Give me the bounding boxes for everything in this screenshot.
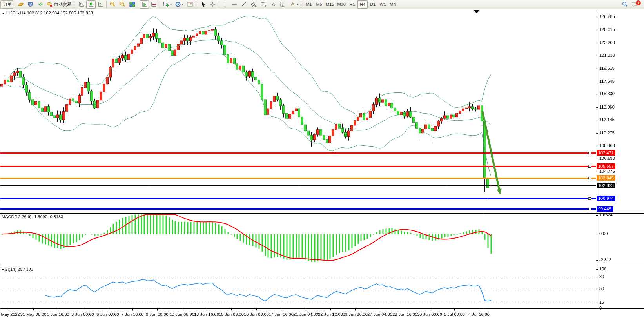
market-watch-icon [27, 1, 34, 7]
chart-shift-marker-icon[interactable] [474, 10, 479, 13]
candlestick-button[interactable] [86, 0, 96, 9]
search-icon [622, 1, 628, 7]
signals-button[interactable] [35, 0, 45, 9]
bar-chart-button[interactable] [77, 0, 86, 9]
zoom-in-icon [109, 1, 116, 7]
tile-windows-icon [129, 1, 135, 7]
auto-scroll-button[interactable] [140, 0, 149, 9]
dropdown-caret-icon: ▾ [182, 3, 183, 6]
toolbar-drag-handle [301, 1, 303, 8]
new-order-label: 订单 [3, 2, 12, 7]
macd-axis-label: 1.6624 [599, 212, 613, 217]
chart-shift-button[interactable] [149, 0, 158, 9]
chart-shift-icon [151, 1, 157, 7]
time-axis-label: 3 Jun 00:00 [71, 312, 94, 317]
time-axis-label: 9 Jun 00:00 [146, 312, 169, 317]
rsi-indicator-label: RSI(14) 25.4301 [2, 267, 33, 272]
timeframe-button-M15[interactable]: M15 [324, 0, 336, 9]
autotrading-button[interactable]: 自动交易 [45, 0, 73, 9]
templates-button[interactable] [185, 0, 195, 9]
periods-button[interactable]: ▾ [173, 0, 185, 9]
rsi-name: RSI(14) [2, 267, 16, 272]
rsi-axis-label: 0 [599, 306, 602, 310]
candlestick-icon [88, 1, 94, 7]
time-axis-label: 1 Jul 08:00 [444, 312, 465, 317]
price-line-badge: 99.445 [597, 206, 613, 212]
notifications-button[interactable]: 1 [630, 0, 640, 9]
time-axis-label: 17 Jun 16:00 [268, 312, 294, 317]
price-line-badge: 105.557 [597, 163, 615, 169]
tile-windows-button[interactable] [127, 0, 137, 9]
zoom-in-button[interactable] [108, 0, 118, 9]
time-axis-label: 30 Jun 00:00 [417, 312, 442, 317]
market-watch-button[interactable] [26, 0, 35, 9]
macd-values: -1.5990 -0.3183 [33, 214, 63, 219]
macd-axis-label: -2.318 [599, 257, 611, 262]
periods-clock-icon [175, 1, 181, 7]
time-axis-label: 6 Jun 08:00 [96, 312, 119, 317]
rsi-axis-label: 100 [599, 266, 606, 271]
text-label-button[interactable]: T [278, 0, 288, 9]
notification-count-badge: 1 [636, 0, 641, 5]
time-axis-label: 23 Jun 20:00 [343, 312, 368, 317]
new-order-button[interactable]: 订单 [0, 0, 13, 9]
mt4-window: 订单 自动交易 [0, 0, 644, 319]
price-axis-label: 121.330 [599, 53, 615, 58]
dropdown-caret-icon: ▾ [297, 3, 298, 6]
time-axis-label: 1 Jun 16:00 [47, 312, 69, 317]
line-chart-icon [97, 1, 103, 7]
price-axis-label: 123.200 [599, 40, 615, 45]
timeframe-button-W1[interactable]: W1 [378, 0, 388, 9]
price-axis-label: 126.885 [599, 14, 615, 19]
vertical-line-button[interactable] [220, 0, 230, 9]
time-axis-label: 15 Jun 00:00 [219, 312, 244, 317]
cursor-button[interactable] [199, 0, 208, 9]
horizontal-line-button[interactable] [230, 0, 239, 9]
timeframe-button-H4[interactable]: H4 [357, 0, 368, 9]
toolbar-drag-handle [196, 1, 198, 8]
arrows-button[interactable]: ▾ [288, 0, 300, 9]
rsi-axis-label: 15 [599, 300, 604, 304]
timeframe-button-M30[interactable]: M30 [336, 0, 347, 9]
rsi-axis-label: 80 [599, 274, 604, 279]
timeframe-button-MN[interactable]: MN [388, 0, 398, 9]
timeframe-button-D1[interactable]: D1 [368, 0, 378, 9]
new-chart-button[interactable]: ▾ [161, 0, 173, 9]
price-axis-label: 108.460 [599, 143, 615, 148]
text-button[interactable]: A [269, 0, 278, 9]
cursor-icon [200, 1, 207, 7]
trendline-button[interactable] [239, 0, 249, 9]
zoom-out-button[interactable] [118, 0, 127, 9]
timeframe-button-M1[interactable]: M1 [304, 0, 314, 9]
time-axis-label: 22 Jun 12:00 [318, 312, 343, 317]
charts-gold-icon [18, 1, 24, 7]
text-icon: A [272, 2, 275, 7]
time-axis-label: 31 May 08:00 [20, 312, 47, 317]
equidistant-channel-button[interactable]: E [249, 0, 259, 9]
equidistant-channel-icon: E [250, 1, 257, 7]
price-axis-label: 112.145 [599, 117, 615, 122]
chart-canvas[interactable] [0, 9, 644, 319]
one-click-trading-caret-icon[interactable]: ▾ [2, 12, 4, 15]
chart-ohlc-values: 102.812 102.984 102.805 102.823 [27, 11, 93, 15]
search-button[interactable] [620, 0, 630, 9]
line-chart-button[interactable] [96, 0, 105, 9]
charts-gold-button[interactable] [16, 0, 26, 9]
zoom-out-icon [119, 1, 126, 7]
chart-symbol-period: UKOil-,H4 [6, 11, 26, 15]
time-axis-label: 13 Jun 16:00 [194, 312, 219, 317]
timeframe-button-H1[interactable]: H1 [347, 0, 357, 9]
crosshair-button[interactable] [208, 0, 218, 9]
chart-title: ▾ UKOil-,H4 102.812 102.984 102.805 102.… [2, 11, 93, 15]
price-axis-label: 110.275 [599, 130, 615, 135]
price-line-badge: 100.974 [597, 196, 615, 201]
timeframe-button-M5[interactable]: M5 [314, 0, 324, 9]
svg-text:T: T [282, 3, 284, 7]
fibonacci-button[interactable]: F [259, 0, 269, 9]
vertical-line-icon [222, 1, 228, 7]
rsi-axis-label: 50 [599, 286, 604, 291]
toolbar: 订单 自动交易 [0, 0, 644, 9]
autotrading-icon [46, 1, 53, 7]
time-axis-label: 27 Jun 04:00 [367, 312, 392, 317]
toolbar-separator [160, 1, 160, 8]
